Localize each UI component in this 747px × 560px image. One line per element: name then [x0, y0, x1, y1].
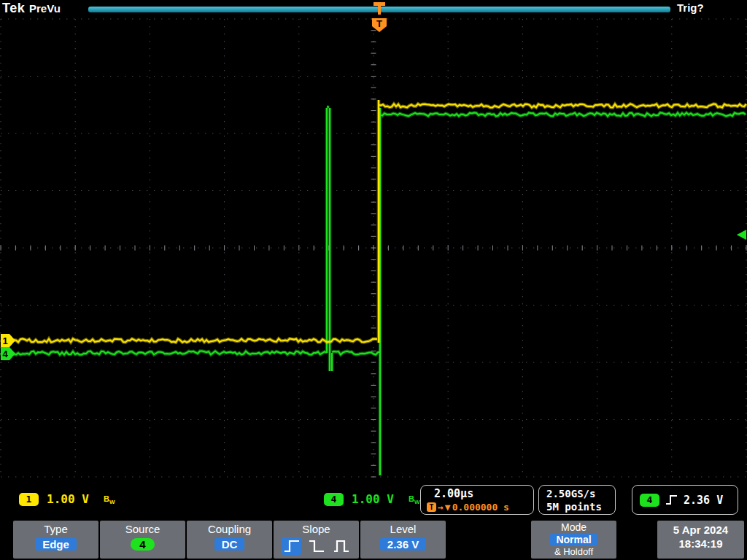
trigger-readout-box[interactable]: 4 2.36 V: [632, 485, 738, 515]
menu-source-title: Source: [100, 523, 185, 535]
ch1-badge[interactable]: 1: [19, 493, 39, 506]
ch4-bw-b: B: [409, 494, 414, 503]
menu-mode-title: Mode: [531, 521, 616, 533]
trigger-source-badge: 4: [640, 494, 659, 507]
ch1-scale[interactable]: 1.00 V: [47, 492, 89, 506]
record-trigger-marker: [372, 2, 387, 15]
date-value: 5 Apr 2024: [657, 524, 744, 536]
ch1-bw-w: W: [109, 499, 115, 505]
menu-slope-button[interactable]: Slope: [274, 521, 359, 559]
datetime-display: 5 Apr 2024 18:34:19: [657, 521, 744, 559]
trigger-t-icon: T: [427, 502, 436, 512]
ch1-bw-b: B: [104, 494, 109, 503]
menu-source-value: 4: [131, 538, 154, 551]
menu-slope-title: Slope: [274, 523, 359, 535]
trigger-level-arrow[interactable]: [737, 230, 746, 240]
trigger-marker-glyph: ▼: [445, 502, 451, 513]
acquisition-status: PreVu: [29, 2, 61, 15]
menu-level-value: 2.36 V: [380, 538, 426, 551]
menu-coupling-button[interactable]: Coupling DC: [187, 521, 272, 559]
oscilloscope-screen: 14T Tek PreVu Trig? 1 1.00 V BW 4 1.00 V…: [0, 0, 747, 560]
menu-mode-button[interactable]: Mode Normal & Holdoff: [531, 521, 616, 559]
either-slope-icon[interactable]: [331, 537, 351, 555]
menu-level-button[interactable]: Level 2.36 V: [360, 521, 446, 559]
menu-type-value: Edge: [35, 538, 77, 551]
trigger-status: Trig?: [677, 1, 704, 14]
timebase-value: 2.00µs: [434, 487, 533, 500]
ch1-bandwidth-icon: BW: [104, 494, 115, 505]
menu-mode-value2: & Holdoff: [531, 546, 616, 557]
menu-type-title: Type: [13, 523, 98, 535]
menu-source-button[interactable]: Source 4: [100, 521, 185, 559]
ch4-bw-w: W: [414, 499, 420, 505]
top-status-bar: Tek PreVu Trig?: [0, 0, 747, 18]
ch4-ground-marker-label: 4: [2, 349, 8, 359]
record-length: 5M points: [546, 500, 615, 513]
falling-slope-icon[interactable]: [306, 537, 326, 555]
record-trigger-marker-stem: [378, 6, 381, 15]
menu-mode-value: Normal: [550, 534, 597, 545]
acquisition-box[interactable]: 2.50GS/s 5M points: [538, 485, 616, 515]
ch4-scale[interactable]: 1.00 V: [352, 492, 394, 506]
readout-bar: 1 1.00 V BW 4 1.00 V BW 2.00µs T → ▼ 0.0…: [0, 483, 747, 518]
waveform-display: 14T: [0, 0, 747, 560]
rising-edge-icon: [665, 494, 678, 505]
timebase-box[interactable]: 2.00µs T → ▼ 0.000000 s: [420, 485, 534, 515]
center-vertical-axis-ticks: [371, 19, 376, 477]
trigger-level-value: 2.36 V: [684, 494, 723, 507]
rising-slope-icon[interactable]: [282, 537, 301, 555]
sample-rate: 2.50GS/s: [546, 487, 615, 500]
time-value: 18:34:19: [657, 537, 744, 550]
tek-logo: Tek: [2, 1, 25, 16]
menu-coupling-title: Coupling: [187, 523, 272, 535]
trigger-arrow-glyph: →: [438, 502, 444, 513]
ch4-bandwidth-icon: BW: [409, 494, 420, 505]
trigger-position-readout: T → ▼ 0.000000 s: [427, 502, 533, 513]
menu-level-title: Level: [360, 523, 446, 535]
menu-type-button[interactable]: Type Edge: [13, 521, 98, 559]
ch4-badge[interactable]: 4: [324, 493, 344, 506]
ch1-ground-marker-label: 1: [2, 335, 7, 346]
menu-coupling-value: DC: [214, 538, 245, 551]
trigger-flag-label: T: [376, 18, 382, 29]
trigger-time-value: 0.000000 s: [452, 502, 509, 513]
